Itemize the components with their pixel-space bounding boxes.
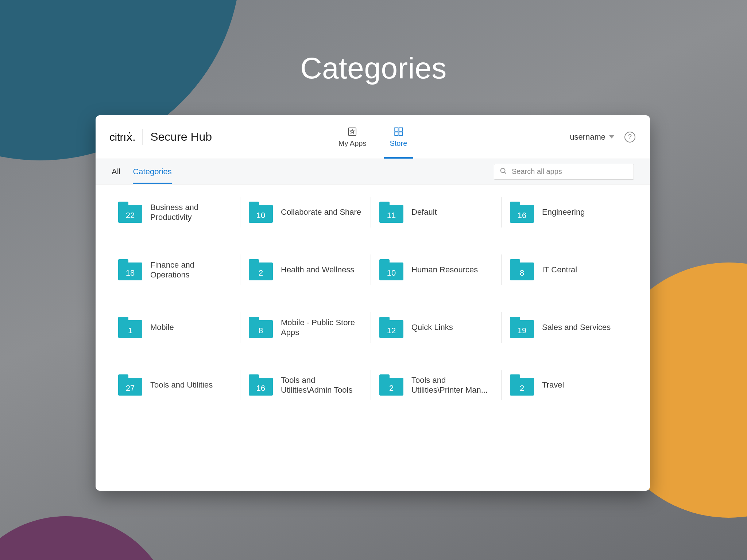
category-count: 19	[510, 323, 534, 338]
brand-divider	[143, 129, 143, 145]
search-box[interactable]	[494, 164, 634, 180]
category-item[interactable]: 2Tools and Utilities\Printer Man...	[373, 372, 503, 398]
brand-product: Secure Hub	[150, 130, 212, 144]
category-label: Health and Wellness	[281, 265, 354, 275]
category-item[interactable]: 10Collaborate and Share	[242, 199, 373, 225]
nav-tab-store[interactable]: Store	[387, 115, 410, 159]
category-label: IT Central	[542, 265, 577, 275]
category-count: 1	[118, 323, 142, 338]
category-label: Tools and Utilities\Printer Man...	[411, 375, 497, 395]
help-button[interactable]: ?	[624, 132, 635, 143]
page-title: Categories	[0, 51, 747, 85]
category-item[interactable]: 16Engineering	[503, 199, 634, 225]
star-badge-icon	[347, 126, 358, 137]
subtab-categories[interactable]: Categories	[133, 159, 171, 184]
header-right: username ?	[570, 132, 650, 143]
chevron-down-icon	[609, 135, 614, 139]
search-wrap	[494, 159, 634, 184]
search-input[interactable]	[512, 167, 628, 176]
svg-rect-4	[399, 132, 402, 135]
brand: citrıẋ. Secure Hub	[96, 129, 212, 145]
brand-logo: citrıẋ.	[109, 131, 135, 143]
category-count: 10	[379, 266, 403, 280]
category-count: 16	[249, 381, 273, 396]
category-item[interactable]: 19Sales and Services	[503, 314, 634, 341]
category-label: Sales and Services	[542, 322, 611, 332]
folder-icon: 22	[118, 202, 142, 223]
nav-tabs: My Apps Store	[336, 115, 410, 159]
nav-tab-myapps[interactable]: My Apps	[336, 115, 369, 159]
category-count: 2	[510, 381, 534, 396]
subtab-label: Categories	[133, 167, 171, 176]
folder-icon: 2	[510, 374, 534, 396]
category-count: 27	[118, 381, 142, 396]
category-item[interactable]: 27Tools and Utilities	[112, 372, 242, 398]
user-menu[interactable]: username	[570, 132, 614, 142]
svg-line-6	[504, 172, 506, 173]
category-item[interactable]: 22Business and Productivity	[112, 199, 242, 225]
app-panel: citrıẋ. Secure Hub My Apps	[96, 115, 650, 491]
username-label: username	[570, 132, 605, 142]
category-item[interactable]: 8Mobile - Public Store Apps	[242, 314, 373, 341]
category-item[interactable]: 12Quick Links	[373, 314, 503, 341]
category-item[interactable]: 8IT Central	[503, 257, 634, 283]
subtab-all[interactable]: All	[112, 159, 120, 184]
folder-icon: 11	[379, 202, 403, 223]
folder-icon: 16	[249, 374, 273, 396]
category-item[interactable]: 11Default	[373, 199, 503, 225]
category-label: Tools and Utilities\Admin Tools	[281, 375, 366, 395]
bg-decor-circle	[0, 516, 175, 560]
category-item[interactable]: 10Human Resources	[373, 257, 503, 283]
folder-icon: 19	[510, 317, 534, 338]
folder-icon: 1	[118, 317, 142, 338]
category-item[interactable]: 18Finance and Operations	[112, 257, 242, 283]
svg-rect-3	[395, 132, 398, 135]
folder-icon: 8	[249, 317, 273, 338]
category-count: 8	[249, 323, 273, 338]
subheader: All Categories	[96, 159, 650, 184]
subtab-label: All	[112, 167, 120, 176]
category-count: 22	[118, 208, 142, 223]
category-label: Engineering	[542, 207, 585, 217]
category-count: 11	[379, 208, 403, 223]
category-count: 2	[379, 381, 403, 396]
category-label: Tools and Utilities	[150, 380, 213, 390]
category-label: Finance and Operations	[150, 260, 236, 280]
category-count: 12	[379, 323, 403, 338]
nav-tab-label: My Apps	[338, 139, 367, 148]
category-item[interactable]: 1Mobile	[112, 314, 242, 341]
folder-icon: 27	[118, 374, 142, 396]
folder-icon: 2	[379, 374, 403, 396]
category-count: 2	[249, 266, 273, 280]
svg-rect-1	[395, 128, 398, 131]
category-item[interactable]: 2Health and Wellness	[242, 257, 373, 283]
folder-icon: 18	[118, 259, 142, 280]
category-grid: 22Business and Productivity10Collaborate…	[112, 199, 634, 398]
category-label: Travel	[542, 380, 564, 390]
category-label: Mobile	[150, 322, 174, 332]
content-area: 22Business and Productivity10Collaborate…	[96, 184, 650, 491]
category-count: 16	[510, 208, 534, 223]
category-label: Mobile - Public Store Apps	[281, 318, 366, 338]
svg-rect-2	[399, 128, 402, 131]
folder-icon: 10	[379, 259, 403, 280]
folder-icon: 2	[249, 259, 273, 280]
category-count: 8	[510, 266, 534, 280]
category-label: Default	[411, 207, 437, 217]
category-item[interactable]: 16Tools and Utilities\Admin Tools	[242, 372, 373, 398]
category-item[interactable]: 2Travel	[503, 372, 634, 398]
panel-header: citrıẋ. Secure Hub My Apps	[96, 115, 650, 159]
folder-icon: 8	[510, 259, 534, 280]
question-icon: ?	[628, 133, 632, 141]
category-label: Human Resources	[411, 265, 478, 275]
svg-point-5	[501, 168, 505, 172]
category-count: 10	[249, 208, 273, 223]
category-label: Quick Links	[411, 322, 453, 332]
nav-tab-label: Store	[390, 139, 407, 148]
folder-icon: 16	[510, 202, 534, 223]
category-label: Business and Productivity	[150, 202, 236, 222]
search-icon	[499, 167, 507, 176]
category-label: Collaborate and Share	[281, 207, 361, 217]
grid-apps-icon	[393, 126, 404, 137]
folder-icon: 10	[249, 202, 273, 223]
